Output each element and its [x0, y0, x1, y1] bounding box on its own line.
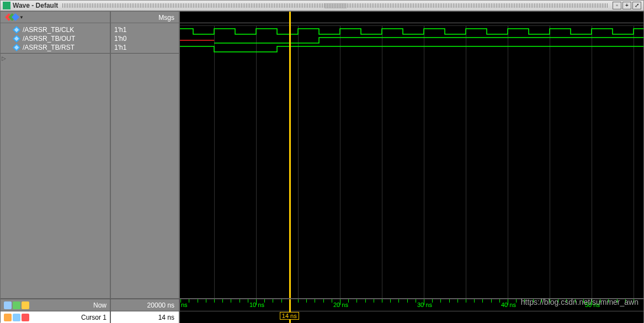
delete-icon[interactable]: [22, 314, 29, 321]
signal-name: /ASRSR_TB/OUT: [23, 35, 75, 43]
signal-value: 1'h0: [111, 34, 179, 43]
toolbar-left: ▼: [1, 12, 111, 23]
main-area: /ASRSR_TB/CLK /ASRSR_TB/OUT /ASRSR_TB/RS…: [0, 23, 644, 298]
signal-diamond-icon: [13, 35, 20, 43]
now-value: 20000 ns: [111, 299, 180, 311]
title-grip[interactable]: [324, 3, 347, 8]
cursor-line-top[interactable]: [289, 12, 291, 24]
signal-row[interactable]: /ASRSR_TB/RST: [1, 43, 110, 52]
msgs-header: Msgs: [111, 12, 180, 23]
title-drag-area[interactable]: [62, 3, 608, 8]
signal-names-column[interactable]: /ASRSR_TB/CLK /ASRSR_TB/OUT /ASRSR_TB/RS…: [1, 23, 111, 298]
now-label: Now: [93, 301, 107, 309]
signal-row[interactable]: /ASRSR_TB/CLK: [1, 25, 110, 34]
toolbar: ▼ Msgs: [0, 11, 644, 23]
status-icon-c[interactable]: [22, 301, 29, 309]
tree-collapse-handle[interactable]: ▷: [2, 55, 6, 61]
signal-menu-dropdown[interactable]: ▼: [19, 15, 24, 20]
window-buttons: ▫ + ⤢: [613, 2, 641, 9]
window-title: Wave - Default: [13, 2, 58, 9]
waveform-area[interactable]: [180, 23, 643, 298]
watermark-text: https://blog.csdn.net/summer_awn: [521, 298, 638, 306]
signal-name: /ASRSR_TB/CLK: [23, 26, 74, 34]
maximize-button[interactable]: +: [622, 2, 631, 9]
status-icon-b[interactable]: [13, 301, 20, 309]
key-icon[interactable]: [13, 314, 20, 321]
dock-button[interactable]: ▫: [613, 2, 621, 9]
signal-values-column[interactable]: 1'h1 1'h0 1'h1: [111, 23, 180, 298]
signal-diamond-icon: [13, 44, 20, 51]
lock-icon[interactable]: [4, 314, 12, 321]
cursor-strip[interactable]: 14 ns: [180, 311, 643, 323]
cursor-label: Cursor 1: [81, 314, 107, 321]
cursor-value: 14 ns: [111, 311, 180, 323]
popout-button[interactable]: ⤢: [632, 2, 641, 9]
signal-value: 1'h1: [111, 25, 179, 34]
toolbar-wave-strip: [180, 12, 643, 23]
wave-app-icon: [3, 2, 10, 9]
cursor-line[interactable]: [289, 23, 291, 298]
titlebar: Wave - Default ▫ + ⤢: [0, 0, 644, 11]
signal-row[interactable]: /ASRSR_TB/OUT: [1, 34, 110, 43]
signal-value: 1'h1: [111, 43, 179, 52]
now-row-left: Now: [1, 299, 111, 311]
status-icon-a[interactable]: [4, 301, 12, 309]
cursor-row: Cursor 1 14 ns 14 ns: [1, 311, 643, 323]
signal-name: /ASRSR_TB/RST: [23, 44, 74, 51]
cursor-row-left: Cursor 1: [1, 311, 111, 323]
signal-diamond-icon: [13, 26, 20, 34]
